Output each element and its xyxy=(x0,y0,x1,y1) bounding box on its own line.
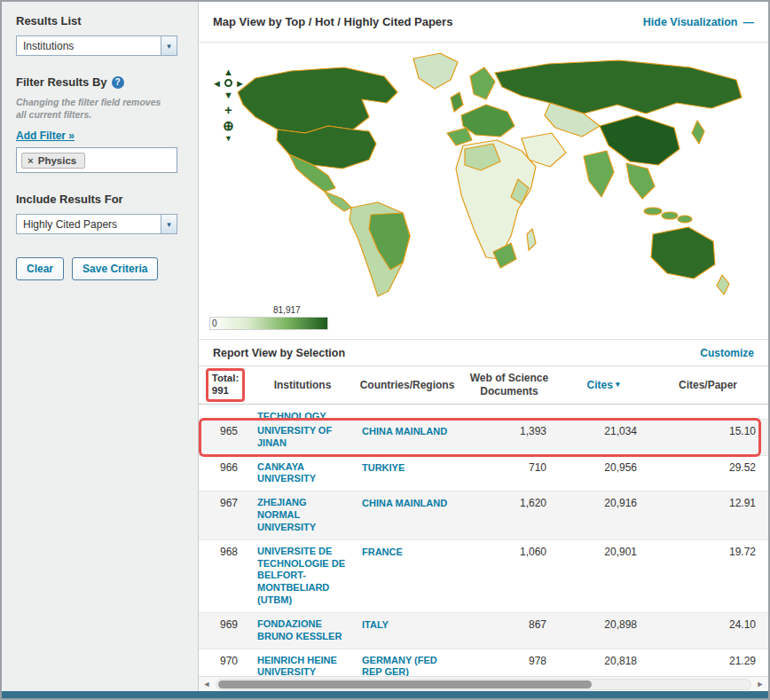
customize-link[interactable]: Customize xyxy=(700,347,754,359)
map-spain xyxy=(447,128,472,146)
table-row-969[interactable]: 969 FONDAZIONE BRUNO KESSLER ITALY 867 2… xyxy=(199,613,768,649)
scrollbar-thumb[interactable] xyxy=(218,680,592,688)
report-view-title: Report View by Selection xyxy=(213,347,345,359)
map-india xyxy=(584,151,614,197)
add-filter-link[interactable]: Add Filter » xyxy=(16,130,75,142)
hide-visualization-label: Hide Visualization xyxy=(643,16,738,28)
institution-link[interactable]: FONDAZIONE BRUNO KESSLER xyxy=(257,618,348,643)
filter-tag-physics[interactable]: × Physics xyxy=(21,153,85,169)
documents-cell: 1,060 xyxy=(460,540,559,612)
map-australia xyxy=(651,227,715,279)
pan-left-icon[interactable]: ◄ xyxy=(212,78,222,89)
sort-descending-icon: ▾ xyxy=(616,380,620,389)
documents-header[interactable]: Web of Science Documents xyxy=(460,370,559,399)
results-list-dropdown[interactable]: Institutions ▾ xyxy=(16,35,177,56)
legend-max-label: 81,917 xyxy=(273,305,301,315)
total-label: Total: xyxy=(212,372,239,384)
cites-per-paper-header[interactable]: Cites/Paper xyxy=(648,377,768,393)
filter-hint-text: Changing the filter field removes all cu… xyxy=(16,97,172,121)
pan-right-icon[interactable]: ► xyxy=(235,78,245,89)
table-row-partial-top[interactable]: TECHNOLOGY xyxy=(199,405,768,420)
filter-by-label: Filter Results By xyxy=(16,75,107,89)
remove-filter-icon[interactable]: × xyxy=(28,155,34,166)
results-table: Total: 991 Institutions Countries/Region… xyxy=(199,366,768,691)
institution-link[interactable]: UNIVERSITY OF JINAN xyxy=(257,425,348,450)
pan-up-icon[interactable]: ▲ xyxy=(224,67,233,77)
country-link[interactable]: FRANCE xyxy=(362,547,403,559)
world-map-visualization[interactable]: ▲ ◄► ▼ + ⊕ ▼ xyxy=(199,43,768,340)
include-results-label: Include Results For xyxy=(16,193,184,206)
annotation-box-total: Total: 991 xyxy=(206,368,245,402)
institution-link[interactable]: TECHNOLOGY xyxy=(257,411,326,420)
active-filters-box: × Physics xyxy=(16,147,177,173)
scroll-right-icon[interactable]: ► xyxy=(753,680,767,688)
table-row-965[interactable]: 965 UNIVERSITY OF JINAN CHINA MAINLAND 1… xyxy=(199,420,768,456)
include-results-value: Highly Cited Papers xyxy=(23,218,117,231)
choropleth-world-map[interactable] xyxy=(229,46,761,312)
map-canada xyxy=(238,67,397,133)
countries-header[interactable]: Countries/Regions xyxy=(355,377,460,393)
country-link[interactable]: CHINA MAINLAND xyxy=(362,498,447,510)
rank-cell: 968 xyxy=(199,540,250,612)
institution-link[interactable]: CANKAYA UNIVERSITY xyxy=(257,461,348,486)
map-usa xyxy=(277,126,376,169)
cites-header-label: Cites xyxy=(587,379,613,391)
horizontal-scrollbar[interactable]: ◄ ► xyxy=(199,676,768,691)
cites-header[interactable]: Cites ▾ xyxy=(559,377,648,393)
documents-cell: 1,620 xyxy=(460,492,559,539)
cites-per-paper-cell: 12.91 xyxy=(648,492,768,539)
country-link[interactable]: GERMANY (FED REP GER) xyxy=(362,655,452,677)
bottom-accent-bar xyxy=(2,691,768,698)
help-icon[interactable]: ? xyxy=(112,76,124,89)
legend-gradient-bar xyxy=(209,317,328,330)
map-uk xyxy=(451,92,463,112)
map-indonesia xyxy=(662,212,678,219)
map-europe xyxy=(461,105,515,137)
institutions-header[interactable]: Institutions xyxy=(250,377,355,393)
country-link[interactable]: ITALY xyxy=(362,619,389,632)
map-new-zealand xyxy=(717,275,729,295)
table-header-row: Total: 991 Institutions Countries/Region… xyxy=(199,366,768,405)
table-row-967[interactable]: 967 ZHEJIANG NORMAL UNIVERSITY CHINA MAI… xyxy=(199,492,768,540)
main-panel: Map View by Top / Hot / Highly Cited Pap… xyxy=(199,2,768,691)
chevron-down-icon: ▾ xyxy=(161,215,177,233)
cites-cell: 20,898 xyxy=(559,613,648,649)
include-results-dropdown[interactable]: Highly Cited Papers ▾ xyxy=(16,214,177,234)
results-list-label: Results List xyxy=(16,14,184,28)
institution-link[interactable]: UNIVERSITE DE TECHNOLOGIE DE BELFORT-MON… xyxy=(257,546,348,607)
filter-sidebar: Results List Institutions ▾ Filter Resul… xyxy=(2,2,199,691)
globe-icon[interactable]: ⊕ xyxy=(223,119,234,132)
map-japan xyxy=(692,121,704,144)
rank-cell: 969 xyxy=(199,613,250,649)
map-southeast-asia xyxy=(626,163,655,199)
pan-down-icon[interactable]: ▼ xyxy=(224,90,233,100)
map-controls: ▲ ◄► ▼ + ⊕ ▼ xyxy=(211,66,246,143)
hide-visualization-link[interactable]: Hide Visualization — xyxy=(643,16,754,28)
cites-cell: 20,956 xyxy=(559,456,648,492)
country-link[interactable]: TURKIYE xyxy=(362,462,405,475)
pan-center-icon xyxy=(224,79,232,87)
map-pan-control[interactable]: ▲ ◄► ▼ xyxy=(211,66,246,100)
cites-per-paper-cell: 21.29 xyxy=(648,649,768,677)
save-criteria-button[interactable]: Save Criteria xyxy=(72,257,158,280)
table-row-970[interactable]: 970 HEINRICH HEINE UNIVERSITY DUSSELDORF… xyxy=(199,649,768,677)
institution-link[interactable]: ZHEJIANG NORMAL UNIVERSITY xyxy=(257,497,348,533)
clear-button[interactable]: Clear xyxy=(16,257,64,280)
rank-cell: 966 xyxy=(199,456,250,492)
map-madagascar xyxy=(527,229,536,250)
total-header-cell: Total: 991 xyxy=(199,366,250,404)
documents-cell: 1,393 xyxy=(460,420,559,455)
cites-cell: 20,901 xyxy=(559,540,648,612)
scroll-left-icon[interactable]: ◄ xyxy=(200,680,214,688)
map-russia xyxy=(495,60,742,114)
map-expand-icon[interactable]: ▼ xyxy=(224,135,232,143)
institution-link[interactable]: HEINRICH HEINE UNIVERSITY DUSSELDORF xyxy=(257,655,348,677)
country-link[interactable]: CHINA MAINLAND xyxy=(362,426,447,438)
table-row-968[interactable]: 968 UNIVERSITE DE TECHNOLOGIE DE BELFORT… xyxy=(199,540,768,613)
documents-cell: 867 xyxy=(460,613,559,649)
zoom-in-icon[interactable]: + xyxy=(224,103,232,116)
rank-cell: 970 xyxy=(199,649,250,677)
cites-cell: 20,916 xyxy=(559,492,648,539)
table-row-966[interactable]: 966 CANKAYA UNIVERSITY TURKIYE 710 20,95… xyxy=(199,456,768,492)
scrollbar-track[interactable] xyxy=(216,679,751,690)
